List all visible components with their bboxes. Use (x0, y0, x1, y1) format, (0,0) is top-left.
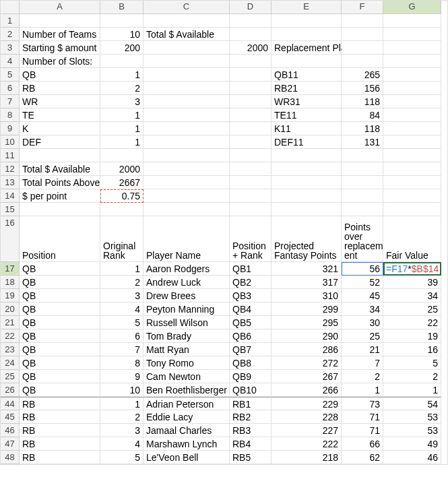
cell-C48[interactable]: Le'Veon Bell (143, 451, 230, 464)
cell-C44[interactable]: Adrian Peterson (143, 397, 230, 410)
cell-C7[interactable] (143, 95, 230, 108)
row-header-7[interactable]: 7 (1, 95, 20, 108)
cell-F5[interactable]: 265 (342, 68, 383, 82)
cell-G15[interactable] (383, 203, 441, 216)
cell-E13[interactable] (271, 176, 342, 189)
row-header-46[interactable]: 46 (1, 424, 20, 437)
row-header-25[interactable]: 25 (1, 370, 20, 383)
cell-G18[interactable]: 39 (383, 276, 441, 289)
cell-A14[interactable]: $ per point (20, 189, 100, 203)
cell-A2[interactable]: Number of Teams (20, 28, 100, 41)
cell-E5[interactable]: QB11 (271, 68, 342, 82)
row-header-17[interactable]: 17 (1, 262, 20, 276)
cell-A47[interactable]: RB (20, 437, 100, 451)
cell-D20[interactable]: QB4 (230, 303, 271, 316)
cell-C47[interactable]: Marshawn Lynch (143, 437, 230, 451)
cell-A26[interactable]: QB (20, 383, 100, 397)
cell-B18[interactable]: 2 (100, 276, 143, 289)
cell-B44[interactable]: 1 (100, 397, 143, 410)
cell-D14[interactable] (230, 189, 271, 203)
cell-G45[interactable]: 53 (383, 410, 441, 424)
cell-E19[interactable]: 310 (271, 289, 342, 303)
cell-D46[interactable]: RB3 (230, 424, 271, 437)
cell-G10[interactable] (383, 135, 441, 149)
cell-G11[interactable] (383, 149, 441, 162)
cell-G3[interactable] (383, 41, 441, 55)
cell-A17[interactable]: QB (20, 262, 100, 276)
cell-A48[interactable]: RB (20, 451, 100, 464)
cell-E3[interactable]: Replacement Player value (271, 41, 342, 55)
cell-D1[interactable] (230, 14, 271, 28)
cell-B7[interactable]: 3 (100, 95, 143, 108)
row-header-13[interactable]: 13 (1, 176, 20, 189)
cell-B2[interactable]: 10 (100, 28, 143, 41)
cell-A7[interactable]: WR (20, 95, 100, 108)
cell-E18[interactable]: 317 (271, 276, 342, 289)
cell-B16[interactable]: Original Rank (100, 216, 143, 262)
cell-C21[interactable]: Russell Wilson (143, 316, 230, 329)
cell-F7[interactable]: 118 (342, 95, 383, 108)
cell-A11[interactable] (20, 149, 100, 162)
cell-F13[interactable] (342, 176, 383, 189)
cell-F15[interactable] (342, 203, 383, 216)
row-header-23[interactable]: 23 (1, 343, 20, 356)
cell-C17[interactable]: Aaron Rodgers (143, 262, 230, 276)
cell-D10[interactable] (230, 135, 271, 149)
cell-D6[interactable] (230, 82, 271, 95)
cell-D13[interactable] (230, 176, 271, 189)
cell-D19[interactable]: QB3 (230, 289, 271, 303)
cell-B12[interactable]: 2000 (100, 162, 143, 176)
row-header-48[interactable]: 48 (1, 451, 20, 464)
cell-F19[interactable]: 45 (342, 289, 383, 303)
cell-G47[interactable]: 49 (383, 437, 441, 451)
cell-A22[interactable]: QB (20, 329, 100, 343)
cell-C26[interactable]: Ben Roethlisberger (143, 383, 230, 397)
cell-C20[interactable]: Peyton Manning (143, 303, 230, 316)
row-header-44[interactable]: 44 (1, 397, 20, 410)
cell-B23[interactable]: 7 (100, 343, 143, 356)
cell-G2[interactable] (383, 28, 441, 41)
cell-C19[interactable]: Drew Brees (143, 289, 230, 303)
cell-F22[interactable]: 25 (342, 329, 383, 343)
row-header-1[interactable]: 1 (1, 14, 20, 28)
row-header-45[interactable]: 45 (1, 410, 20, 424)
cell-F26[interactable]: 1 (342, 383, 383, 397)
cell-E17[interactable]: 321 (271, 262, 342, 276)
cell-G12[interactable] (383, 162, 441, 176)
cell-D18[interactable]: QB2 (230, 276, 271, 289)
cell-D21[interactable]: QB5 (230, 316, 271, 329)
cell-E2[interactable] (271, 28, 342, 41)
cell-E22[interactable]: 290 (271, 329, 342, 343)
cell-B13[interactable]: 2667 (100, 176, 143, 189)
cell-F17[interactable]: 56 (342, 262, 383, 276)
cell-D4[interactable] (230, 55, 271, 68)
cell-C18[interactable]: Andrew Luck (143, 276, 230, 289)
cell-G7[interactable] (383, 95, 441, 108)
cell-A5[interactable]: QB (20, 68, 100, 82)
cell-C46[interactable]: Jamaal Charles (143, 424, 230, 437)
row-header-18[interactable]: 18 (1, 276, 20, 289)
cell-E26[interactable]: 266 (271, 383, 342, 397)
cell-F44[interactable]: 73 (342, 397, 383, 410)
cell-G5[interactable] (383, 68, 441, 82)
cell-D15[interactable] (230, 203, 271, 216)
cell-E8[interactable]: TE11 (271, 108, 342, 122)
cell-A45[interactable]: RB (20, 410, 100, 424)
cell-D3[interactable]: 2000 (230, 41, 271, 55)
cell-A19[interactable]: QB (20, 289, 100, 303)
cell-F20[interactable]: 34 (342, 303, 383, 316)
row-header-12[interactable]: 12 (1, 162, 20, 176)
cell-A10[interactable]: DEF (20, 135, 100, 149)
row-header-11[interactable]: 11 (1, 149, 20, 162)
cell-C23[interactable]: Matt Ryan (143, 343, 230, 356)
cell-F46[interactable]: 71 (342, 424, 383, 437)
cell-B6[interactable]: 2 (100, 82, 143, 95)
cell-E11[interactable] (271, 149, 342, 162)
row-header-15[interactable]: 15 (1, 203, 20, 216)
cell-E21[interactable]: 295 (271, 316, 342, 329)
cell-A12[interactable]: Total $ Available (20, 162, 100, 176)
cell-D2[interactable] (230, 28, 271, 41)
cell-D5[interactable] (230, 68, 271, 82)
cell-E48[interactable]: 218 (271, 451, 342, 464)
row-header-4[interactable]: 4 (1, 55, 20, 68)
